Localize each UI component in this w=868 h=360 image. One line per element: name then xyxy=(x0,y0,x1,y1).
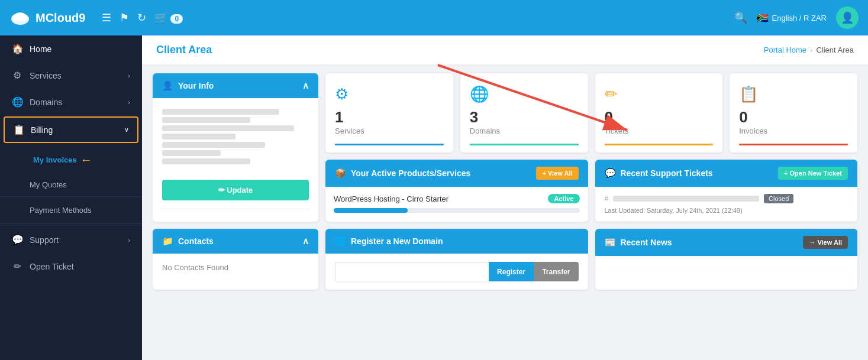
tickets-stat-icon: ✏ xyxy=(605,85,714,103)
transfer-button[interactable]: Transfer xyxy=(534,262,578,281)
flag: 🇿🇦 xyxy=(757,12,769,24)
sidebar-item-domains-label: Domains xyxy=(30,98,62,107)
domain-input-row: Register Transfer xyxy=(335,262,579,281)
main-layout: 🏠 Home ⚙ Services › 🌐 Domains › 📋 Billin… xyxy=(0,35,868,360)
home-icon: 🏠 xyxy=(12,43,22,54)
ticket-row: # Closed Last Updated: Saturday, July 24… xyxy=(595,187,858,222)
contacts-header: 📁 Contacts ∧ xyxy=(153,229,318,254)
update-button[interactable]: ✏ Update xyxy=(162,180,309,200)
my-quotes-label: My Quotes xyxy=(30,180,67,189)
info-line-6 xyxy=(162,150,221,156)
my-invoices-label: My Invoices xyxy=(33,155,77,164)
sidebar-divider xyxy=(0,196,142,197)
info-line-2 xyxy=(162,117,250,123)
news-icon: 📰 xyxy=(605,237,616,248)
logo-icon xyxy=(9,9,31,26)
product-usage-bar xyxy=(334,208,580,213)
info-line-4 xyxy=(162,134,235,140)
search-icon[interactable]: 🔍 xyxy=(734,11,747,24)
tickets-bar xyxy=(605,144,714,145)
invoices-stat-icon: 📋 xyxy=(739,85,848,103)
flag-icon[interactable]: ⚑ xyxy=(120,11,129,24)
invoices-number: 0 xyxy=(739,108,848,127)
portal-home-link[interactable]: Portal Home xyxy=(764,46,806,54)
domains-stat-icon: 🌐 xyxy=(470,85,579,103)
product-name-row: WordPress Hosting - Cirro Starter Active xyxy=(334,194,580,203)
domains-bar xyxy=(470,144,579,145)
domain-search-input[interactable] xyxy=(335,262,489,281)
sidebar-item-home[interactable]: 🏠 Home xyxy=(0,35,142,62)
open-new-ticket-button[interactable]: + Open New Ticket xyxy=(778,167,848,180)
open-ticket-icon: ✏ xyxy=(12,261,22,272)
sidebar-item-payment-methods[interactable]: Payment Methods xyxy=(0,199,142,221)
tickets-number: 0 xyxy=(605,108,714,127)
sidebar-item-open-ticket[interactable]: ✏ Open Ticket xyxy=(0,253,142,280)
sidebar: 🏠 Home ⚙ Services › 🌐 Domains › 📋 Billin… xyxy=(0,35,142,360)
collapse-icon[interactable]: ∧ xyxy=(302,80,309,91)
cart-icon[interactable]: 🛒 0 xyxy=(154,11,183,24)
services-number: 1 xyxy=(335,108,444,127)
payment-methods-label: Payment Methods xyxy=(30,206,92,215)
info-line-7 xyxy=(162,158,250,164)
info-line-5 xyxy=(162,142,265,148)
invoices-bar xyxy=(739,144,848,145)
view-all-news-button[interactable]: → View All xyxy=(803,236,848,249)
active-products-card: 📦 Your Active Products/Services + View A… xyxy=(325,160,588,222)
sidebar-item-services[interactable]: ⚙ Services › xyxy=(0,62,142,89)
sidebar-item-billing[interactable]: 📋 Billing ∨ xyxy=(4,116,138,143)
cart-count: 0 xyxy=(170,14,183,24)
closed-badge: Closed xyxy=(764,194,793,203)
domain-icon: 🌐 xyxy=(335,236,346,247)
contacts-title: Contacts xyxy=(178,236,214,246)
breadcrumb-separator: › xyxy=(810,46,812,54)
sidebar-item-support[interactable]: 💬 Support › xyxy=(0,226,142,253)
contacts-icon: 📁 xyxy=(162,236,173,247)
no-contacts-message: No Contacts Found xyxy=(162,263,228,272)
breadcrumb-current: Client Area xyxy=(816,46,854,54)
logo[interactable]: MCloud9 xyxy=(9,9,85,26)
support-icon: 💬 xyxy=(12,234,22,245)
domains-icon: 🌐 xyxy=(12,96,22,108)
services-icon: ⚙ xyxy=(12,70,22,81)
billing-icon: 📋 xyxy=(13,124,24,135)
language-selector[interactable]: 🇿🇦 English / R ZAR xyxy=(757,12,827,24)
your-info-card: 👤 Your Info ∧ ✏ Update xyxy=(153,73,318,222)
sidebar-item-domains[interactable]: 🌐 Domains › xyxy=(0,89,142,115)
tickets-stat-card: ✏ 0 Tickets xyxy=(595,73,723,153)
svg-point-3 xyxy=(14,12,26,21)
billing-chevron: ∨ xyxy=(124,126,129,134)
tickets-label: Tickets xyxy=(605,127,714,135)
user-avatar[interactable]: 👤 xyxy=(836,7,859,29)
sidebar-item-my-quotes[interactable]: My Quotes xyxy=(0,176,142,194)
info-line-3 xyxy=(162,125,294,131)
contacts-collapse-icon[interactable]: ∧ xyxy=(302,236,309,247)
menu-icon[interactable]: ☰ xyxy=(102,11,111,24)
info-line-1 xyxy=(162,109,279,115)
register-domain-card: 🌐 Register a New Domain Register Transfe… xyxy=(325,229,588,290)
invoices-label: Invoices xyxy=(739,127,848,135)
support-tickets-icon: 💬 xyxy=(605,168,616,179)
info-body xyxy=(153,98,318,175)
contacts-card: 📁 Contacts ∧ No Contacts Found xyxy=(153,229,318,290)
breadcrumb-nav: Portal Home › Client Area xyxy=(764,46,854,54)
view-all-button[interactable]: + View All xyxy=(536,167,578,180)
services-stat-card: ⚙ 1 Services xyxy=(325,73,453,153)
breadcrumb-bar: Client Area Portal Home › Client Area xyxy=(142,35,868,65)
ticket-hash: # xyxy=(605,194,609,203)
register-domain-header: 🌐 Register a New Domain xyxy=(325,229,588,254)
your-info-header: 👤 Your Info ∧ xyxy=(153,73,318,98)
contacts-body: No Contacts Found xyxy=(153,254,318,281)
user-info-icon: 👤 xyxy=(162,80,173,91)
support-title: Recent Support Tickets xyxy=(621,168,713,178)
news-body xyxy=(595,256,858,280)
topbar-icons: ☰ ⚑ ↻ 🛒 0 xyxy=(102,11,183,24)
topbar-left: MCloud9 ☰ ⚑ ↻ 🛒 0 xyxy=(9,9,183,26)
recent-news-header: 📰 Recent News → View All xyxy=(595,229,858,256)
product-name: WordPress Hosting - Cirro Starter xyxy=(334,194,448,203)
sidebar-item-support-label: Support xyxy=(30,235,59,245)
register-button[interactable]: Register xyxy=(489,262,534,281)
language-label: English / R ZAR xyxy=(772,14,827,22)
sidebar-item-my-invoices[interactable]: My Invoices ← xyxy=(0,148,142,171)
sidebar-item-services-label: Services xyxy=(30,71,62,80)
refresh-icon[interactable]: ↻ xyxy=(137,11,146,24)
